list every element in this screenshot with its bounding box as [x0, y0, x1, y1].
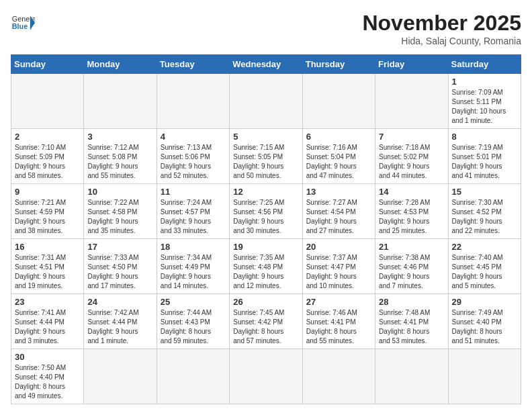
day-number: 11	[161, 187, 226, 197]
calendar-cell: 18Sunrise: 7:34 AM Sunset: 4:49 PM Dayli…	[157, 239, 229, 294]
calendar-cell: 22Sunrise: 7:40 AM Sunset: 4:45 PM Dayli…	[448, 239, 521, 294]
day-number: 18	[161, 242, 226, 252]
day-info: Sunrise: 7:28 AM Sunset: 4:53 PM Dayligh…	[379, 198, 444, 236]
month-title: November 2025	[362, 11, 521, 36]
day-number: 15	[452, 187, 517, 197]
calendar-cell: 14Sunrise: 7:28 AM Sunset: 4:53 PM Dayli…	[375, 184, 448, 239]
day-number: 26	[233, 297, 298, 307]
calendar-cell: 7Sunrise: 7:18 AM Sunset: 5:02 PM Daylig…	[375, 129, 448, 184]
calendar-week-5: 23Sunrise: 7:41 AM Sunset: 4:44 PM Dayli…	[11, 294, 521, 349]
day-number: 7	[379, 132, 444, 142]
calendar-cell: 5Sunrise: 7:15 AM Sunset: 5:05 PM Daylig…	[230, 129, 302, 184]
day-info: Sunrise: 7:19 AM Sunset: 5:01 PM Dayligh…	[452, 143, 517, 181]
day-number: 20	[306, 242, 371, 252]
weekday-header-friday: Friday	[375, 55, 448, 74]
day-info: Sunrise: 7:31 AM Sunset: 4:51 PM Dayligh…	[15, 253, 80, 291]
day-info: Sunrise: 7:37 AM Sunset: 4:47 PM Dayligh…	[306, 253, 371, 291]
day-info: Sunrise: 7:34 AM Sunset: 4:49 PM Dayligh…	[161, 253, 226, 291]
day-info: Sunrise: 7:49 AM Sunset: 4:40 PM Dayligh…	[452, 308, 517, 346]
calendar-week-1: 1Sunrise: 7:09 AM Sunset: 5:11 PM Daylig…	[11, 74, 521, 129]
day-info: Sunrise: 7:50 AM Sunset: 4:40 PM Dayligh…	[15, 363, 80, 401]
calendar-cell: 28Sunrise: 7:48 AM Sunset: 4:41 PM Dayli…	[375, 294, 448, 349]
day-number: 24	[87, 297, 152, 307]
calendar-header: General Blue November 2025 Hida, Salaj C…	[11, 11, 521, 46]
day-info: Sunrise: 7:12 AM Sunset: 5:08 PM Dayligh…	[87, 143, 152, 181]
day-number: 10	[87, 187, 152, 197]
day-info: Sunrise: 7:15 AM Sunset: 5:05 PM Dayligh…	[233, 143, 298, 181]
calendar-cell	[84, 349, 157, 404]
day-info: Sunrise: 7:13 AM Sunset: 5:06 PM Dayligh…	[161, 143, 226, 181]
location-subtitle: Hida, Salaj County, Romania	[362, 36, 521, 46]
day-info: Sunrise: 7:16 AM Sunset: 5:04 PM Dayligh…	[306, 143, 371, 181]
calendar-cell: 3Sunrise: 7:12 AM Sunset: 5:08 PM Daylig…	[84, 129, 157, 184]
calendar-cell: 13Sunrise: 7:27 AM Sunset: 4:54 PM Dayli…	[302, 184, 375, 239]
day-info: Sunrise: 7:27 AM Sunset: 4:54 PM Dayligh…	[306, 198, 371, 236]
weekday-header-row: SundayMondayTuesdayWednesdayThursdayFrid…	[11, 55, 521, 74]
calendar-cell: 4Sunrise: 7:13 AM Sunset: 5:06 PM Daylig…	[157, 129, 229, 184]
weekday-header-saturday: Saturday	[448, 55, 521, 74]
generalblue-logo-icon: General Blue	[11, 11, 35, 35]
calendar-cell: 1Sunrise: 7:09 AM Sunset: 5:11 PM Daylig…	[448, 74, 521, 129]
calendar-cell	[11, 74, 84, 129]
day-info: Sunrise: 7:18 AM Sunset: 5:02 PM Dayligh…	[379, 143, 444, 181]
calendar-cell: 2Sunrise: 7:10 AM Sunset: 5:09 PM Daylig…	[11, 129, 84, 184]
calendar-cell: 11Sunrise: 7:24 AM Sunset: 4:57 PM Dayli…	[157, 184, 229, 239]
day-info: Sunrise: 7:45 AM Sunset: 4:42 PM Dayligh…	[233, 308, 298, 346]
day-info: Sunrise: 7:42 AM Sunset: 4:44 PM Dayligh…	[87, 308, 152, 346]
day-number: 21	[379, 242, 444, 252]
day-info: Sunrise: 7:10 AM Sunset: 5:09 PM Dayligh…	[15, 143, 80, 181]
day-info: Sunrise: 7:21 AM Sunset: 4:59 PM Dayligh…	[15, 198, 80, 236]
calendar-cell: 21Sunrise: 7:38 AM Sunset: 4:46 PM Dayli…	[375, 239, 448, 294]
weekday-header-monday: Monday	[84, 55, 157, 74]
calendar-cell	[157, 74, 229, 129]
day-number: 13	[306, 187, 371, 197]
weekday-header-thursday: Thursday	[302, 55, 375, 74]
day-number: 27	[306, 297, 371, 307]
day-info: Sunrise: 7:24 AM Sunset: 4:57 PM Dayligh…	[161, 198, 226, 236]
calendar-cell: 12Sunrise: 7:25 AM Sunset: 4:56 PM Dayli…	[230, 184, 302, 239]
day-number: 6	[306, 132, 371, 142]
day-number: 2	[15, 132, 80, 142]
calendar-week-2: 2Sunrise: 7:10 AM Sunset: 5:09 PM Daylig…	[11, 129, 521, 184]
calendar-cell: 9Sunrise: 7:21 AM Sunset: 4:59 PM Daylig…	[11, 184, 84, 239]
weekday-header-sunday: Sunday	[11, 55, 84, 74]
calendar-cell: 20Sunrise: 7:37 AM Sunset: 4:47 PM Dayli…	[302, 239, 375, 294]
calendar-cell	[375, 74, 448, 129]
calendar-week-6: 30Sunrise: 7:50 AM Sunset: 4:40 PM Dayli…	[11, 349, 521, 404]
calendar-cell	[302, 349, 375, 404]
day-info: Sunrise: 7:35 AM Sunset: 4:48 PM Dayligh…	[233, 253, 298, 291]
day-number: 29	[452, 297, 517, 307]
calendar-cell: 15Sunrise: 7:30 AM Sunset: 4:52 PM Dayli…	[448, 184, 521, 239]
day-number: 30	[15, 352, 80, 362]
day-number: 8	[452, 132, 517, 142]
calendar-cell	[157, 349, 229, 404]
day-info: Sunrise: 7:09 AM Sunset: 5:11 PM Dayligh…	[452, 88, 517, 126]
day-number: 25	[161, 297, 226, 307]
day-number: 22	[452, 242, 517, 252]
calendar-cell	[230, 349, 302, 404]
day-info: Sunrise: 7:38 AM Sunset: 4:46 PM Dayligh…	[379, 253, 444, 291]
day-number: 23	[15, 297, 80, 307]
title-area: November 2025 Hida, Salaj County, Romani…	[362, 11, 521, 46]
calendar-cell: 6Sunrise: 7:16 AM Sunset: 5:04 PM Daylig…	[302, 129, 375, 184]
calendar-cell: 23Sunrise: 7:41 AM Sunset: 4:44 PM Dayli…	[11, 294, 84, 349]
logo: General Blue	[11, 11, 35, 35]
calendar-week-4: 16Sunrise: 7:31 AM Sunset: 4:51 PM Dayli…	[11, 239, 521, 294]
calendar-cell: 24Sunrise: 7:42 AM Sunset: 4:44 PM Dayli…	[84, 294, 157, 349]
svg-text:Blue: Blue	[12, 22, 28, 30]
calendar-cell: 27Sunrise: 7:46 AM Sunset: 4:41 PM Dayli…	[302, 294, 375, 349]
day-info: Sunrise: 7:40 AM Sunset: 4:45 PM Dayligh…	[452, 253, 517, 291]
day-number: 12	[233, 187, 298, 197]
weekday-header-tuesday: Tuesday	[157, 55, 229, 74]
calendar-cell: 30Sunrise: 7:50 AM Sunset: 4:40 PM Dayli…	[11, 349, 84, 404]
day-number: 19	[233, 242, 298, 252]
calendar-cell	[375, 349, 448, 404]
day-number: 5	[233, 132, 298, 142]
calendar-cell: 26Sunrise: 7:45 AM Sunset: 4:42 PM Dayli…	[230, 294, 302, 349]
calendar-cell: 19Sunrise: 7:35 AM Sunset: 4:48 PM Dayli…	[230, 239, 302, 294]
calendar-cell	[448, 349, 521, 404]
day-info: Sunrise: 7:46 AM Sunset: 4:41 PM Dayligh…	[306, 308, 371, 346]
day-number: 28	[379, 297, 444, 307]
day-info: Sunrise: 7:33 AM Sunset: 4:50 PM Dayligh…	[87, 253, 152, 291]
day-number: 4	[161, 132, 226, 142]
